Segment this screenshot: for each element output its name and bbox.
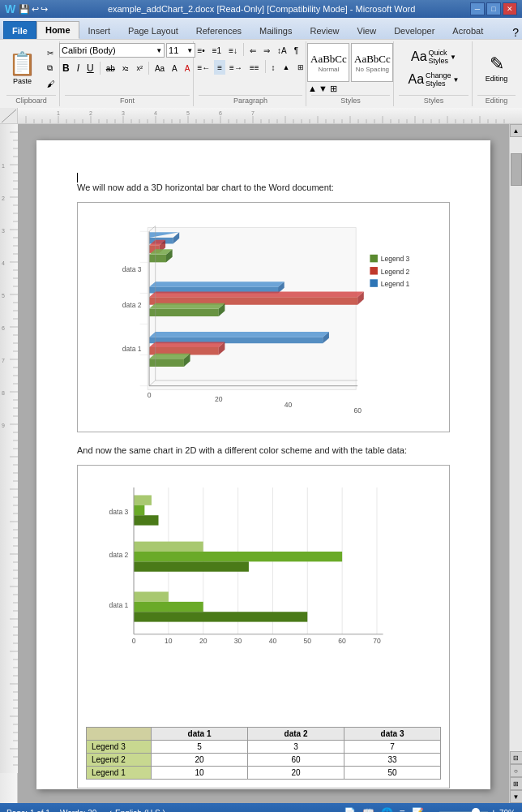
zoom-thumb[interactable] — [472, 808, 480, 812]
scroll-thumb[interactable] — [511, 153, 522, 186]
table-col-header-data1: data 1 — [152, 728, 248, 741]
styles-scroll-up[interactable]: ▲ — [307, 84, 317, 93]
tab-review[interactable]: Review — [301, 21, 348, 39]
word-count: Words: 30 — [60, 809, 96, 813]
tab-acrobat[interactable]: Acrobat — [443, 21, 492, 39]
tab-page-layout[interactable]: Page Layout — [119, 21, 187, 39]
clipboard-group: 📋 Paste ✂ ⧉ 🖌 Clipboard — [3, 41, 60, 106]
underline-button[interactable]: U — [83, 61, 97, 75]
zoom-level[interactable]: 70% — [499, 809, 516, 813]
minimize-button[interactable]: ─ — [470, 2, 485, 15]
change-styles-button[interactable]: Aa ChangeStyles ▼ — [416, 70, 451, 89]
bullets-button[interactable]: ≡• — [194, 43, 208, 58]
show-formatting-button[interactable]: ¶ — [291, 43, 302, 58]
tab-home[interactable]: Home — [36, 21, 79, 39]
scroll-contract-button[interactable]: ⊞ — [510, 777, 523, 790]
align-center-button[interactable]: ≡ — [214, 60, 225, 75]
line-spacing-button[interactable]: ↕ — [268, 60, 279, 75]
tab-mailings[interactable]: Mailings — [250, 21, 301, 39]
view-draft-icon[interactable]: 📝 — [412, 807, 424, 812]
svg-marker-180 — [149, 292, 364, 298]
normal-style-box[interactable]: AaBbCc Normal — [307, 43, 349, 82]
cut-button[interactable]: ✂ — [44, 45, 58, 60]
align-right-button[interactable]: ≡→ — [226, 60, 246, 75]
quick-styles-button[interactable]: Aa QuickStyles ▼ — [416, 47, 451, 67]
svg-marker-190 — [149, 359, 184, 367]
align-left-button[interactable]: ≡← — [194, 60, 213, 75]
styles-more[interactable]: ⊞ — [328, 84, 338, 93]
quick-access-undo[interactable]: ↩ — [32, 4, 39, 15]
paste-button[interactable]: 📋 Paste — [5, 47, 41, 89]
no-spacing-style-box[interactable]: AaBbCc No Spacing — [351, 43, 393, 82]
ruler-corner[interactable] — [0, 108, 18, 124]
scroll-expand-button[interactable]: ⊟ — [510, 751, 523, 764]
subscript-button[interactable]: x₂ — [119, 61, 133, 75]
view-web-icon[interactable]: 🌐 — [381, 807, 393, 812]
svg-text:7: 7 — [2, 358, 5, 363]
numbering-button[interactable]: ≡1 — [209, 43, 225, 58]
zoom-in-button[interactable]: + — [490, 806, 497, 812]
text-highlight-button[interactable]: A — [169, 61, 181, 75]
language-indicator[interactable]: ✓ English (U.S.) — [106, 809, 165, 813]
font-name-selector[interactable]: Calibri (Body) ▼ — [59, 43, 165, 58]
scroll-track[interactable] — [510, 137, 522, 751]
svg-text:4: 4 — [2, 260, 5, 266]
tab-references[interactable]: References — [187, 21, 250, 39]
borders-button[interactable]: ⊞ — [294, 60, 307, 75]
close-button[interactable]: ✕ — [503, 2, 517, 15]
format-painter-button[interactable]: 🖌 — [44, 76, 58, 91]
editing-group-label: Editing — [477, 95, 516, 105]
table-row-label-legend2: Legend 2 — [87, 754, 152, 767]
table-header-empty — [87, 728, 152, 741]
tab-file[interactable]: File — [3, 21, 36, 39]
justify-button[interactable]: ≡≡ — [246, 60, 263, 75]
multilevel-list-button[interactable]: ≡↓ — [225, 43, 241, 58]
font-name-dropdown-icon[interactable]: ▼ — [156, 47, 162, 54]
quick-access-redo[interactable]: ↪ — [41, 4, 48, 15]
help-icon[interactable]: ? — [512, 26, 519, 39]
svg-text:2: 2 — [2, 195, 5, 201]
quick-access-save[interactable]: 💾 — [19, 4, 30, 15]
tab-view[interactable]: View — [349, 21, 386, 39]
change-styles-dropdown-icon[interactable]: ▼ — [453, 76, 460, 84]
tab-developer[interactable]: Developer — [385, 21, 443, 39]
main-area: 1 2 3 4 5 6 7 8 9 We will now add a 3D h… — [0, 124, 522, 803]
strikethrough-button[interactable]: ab — [103, 61, 118, 75]
scroll-up-button[interactable]: ▲ — [510, 124, 523, 137]
shading-button[interactable]: ▲ — [280, 60, 293, 75]
styles-scroll-down[interactable]: ▼ — [318, 84, 327, 93]
view-full-reading-icon[interactable]: 📖 — [362, 807, 374, 812]
table-cell-l1d3: 50 — [344, 767, 441, 780]
editing-icon: ✎ — [490, 54, 504, 75]
font-size-dropdown-icon[interactable]: ▼ — [186, 47, 193, 54]
font-size-selector[interactable]: 11 ▼ — [166, 43, 195, 58]
font-color-button[interactable]: A — [182, 61, 194, 75]
language-value: English (U.S.) — [115, 809, 165, 813]
view-print-icon[interactable]: 📄 — [344, 807, 356, 812]
svg-rect-223 — [134, 515, 158, 525]
vertical-scrollbar[interactable]: ▲ ⊟ ○ ⊞ ▼ — [509, 124, 522, 803]
svg-rect-222 — [134, 505, 144, 515]
change-case-button[interactable]: Aa — [152, 61, 168, 75]
bold-button[interactable]: B — [59, 61, 73, 75]
scroll-page-down[interactable]: ○ — [510, 764, 523, 777]
view-outline-icon[interactable]: ≡ — [400, 807, 405, 812]
svg-text:7: 7 — [251, 110, 255, 116]
svg-text:data 1: data 1 — [122, 345, 142, 353]
table-cell-l2d3: 33 — [344, 754, 441, 767]
editing-button[interactable]: ✎ Editing — [477, 47, 517, 89]
svg-text:40: 40 — [269, 637, 277, 645]
zoom-controls: − + 70% — [430, 806, 516, 812]
increase-indent-button[interactable]: ⇒ — [260, 43, 273, 58]
decrease-indent-button[interactable]: ⇐ — [246, 43, 259, 58]
italic-button[interactable]: I — [74, 61, 83, 75]
table-cell-l2d2: 60 — [248, 754, 344, 767]
superscript-button[interactable]: x² — [133, 61, 146, 75]
scroll-down-button[interactable]: ▼ — [510, 790, 523, 803]
maximize-button[interactable]: □ — [486, 2, 501, 15]
tab-insert[interactable]: Insert — [79, 21, 120, 39]
copy-button[interactable]: ⧉ — [44, 61, 58, 75]
sort-button[interactable]: ↕A — [274, 43, 290, 58]
zoom-out-button[interactable]: − — [430, 806, 437, 812]
quick-styles-dropdown-icon[interactable]: ▼ — [450, 54, 456, 61]
